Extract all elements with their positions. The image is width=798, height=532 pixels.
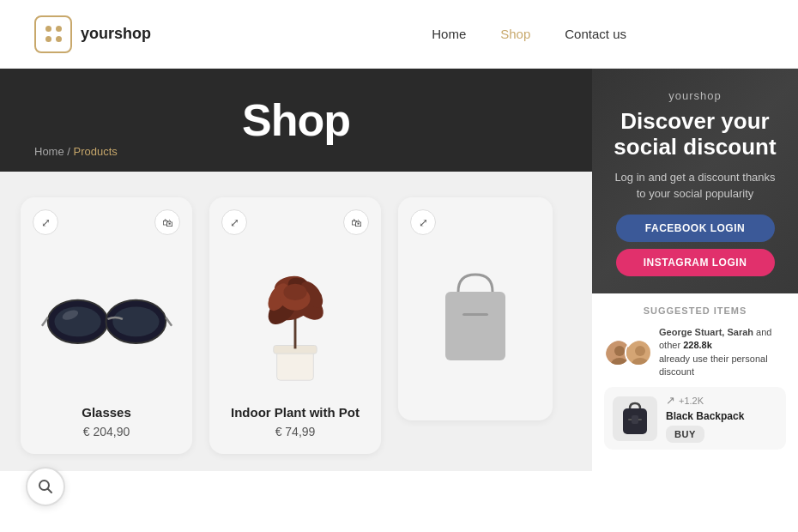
svg-point-1	[54, 306, 100, 336]
card-top-icons-2: ⤢ 🛍	[221, 209, 369, 235]
suggested-title: SUGGESTED ITEMS	[604, 305, 786, 316]
logo-dots	[45, 26, 62, 42]
svg-rect-21	[462, 313, 488, 316]
expand-icon-3[interactable]: ⤢	[410, 209, 436, 235]
suggested-panel: SUGGESTED ITEMS	[592, 293, 798, 532]
backpack-img	[613, 396, 657, 441]
header: yourshop Home Shop Contact us	[0, 0, 798, 69]
bag-image	[407, 240, 544, 395]
discount-brand: yourshop	[668, 89, 721, 102]
discount-desc: Log in and get a discount thanks to your…	[609, 169, 781, 203]
breadcrumb: Home / Products	[34, 145, 118, 158]
backpack-name: Black Backpack	[666, 410, 777, 422]
svg-rect-20	[445, 292, 505, 360]
svg-point-28	[635, 346, 645, 356]
svg-line-23	[48, 489, 52, 493]
share-icon: ↗	[666, 394, 675, 407]
users-names: George Stuart, Sarah and other 228.8k	[659, 327, 771, 350]
shop-content-wrapper: ⤢ 🛍	[0, 172, 592, 532]
product-card-plant: ⤢ 🛍	[209, 197, 381, 454]
search-float-button[interactable]	[26, 467, 65, 506]
svg-line-5	[166, 317, 172, 326]
products-area: ⤢ 🛍	[0, 172, 592, 471]
dot	[45, 26, 51, 32]
dot	[56, 26, 62, 32]
product-price-plant: € 74,99	[275, 425, 316, 438]
instagram-login-button[interactable]: INSTAGRAM LOGIN	[616, 249, 775, 276]
breadcrumb-separator: /	[64, 145, 74, 158]
card-top-icons: ⤢ 🛍	[33, 209, 180, 235]
nav-shop[interactable]: Shop	[500, 27, 530, 41]
suggested-item-backpack: ↗ +1.2K Black Backpack BUY	[604, 387, 786, 450]
breadcrumb-current: Products	[74, 145, 118, 158]
avatar-2	[625, 339, 652, 366]
logo-name: yourshop	[81, 25, 151, 43]
share-count: ↗ +1.2K	[666, 394, 777, 407]
logo-icon	[34, 15, 72, 53]
avatar-stack	[604, 339, 652, 366]
cart-icon-2[interactable]: 🛍	[343, 209, 369, 235]
suggested-users: George Stuart, Sarah and other 228.8k al…	[604, 326, 786, 379]
expand-icon-2[interactable]: ⤢	[221, 209, 247, 235]
product-price-glasses: € 204,90	[83, 425, 130, 438]
product-name-plant: Indoor Plant with Pot	[231, 405, 360, 420]
discount-panel: yourshop Discover your social discount L…	[592, 69, 798, 293]
dot	[45, 36, 51, 42]
users-desc: already use their personal discount	[659, 354, 768, 377]
discount-content: yourshop Discover your social discount L…	[609, 89, 781, 276]
svg-point-3	[112, 306, 159, 336]
shop-section: Home / Products Shop ⤢ 🛍	[0, 69, 592, 532]
share-number: +1.2K	[679, 396, 704, 406]
dot	[56, 36, 62, 42]
nav-contact[interactable]: Contact us	[565, 27, 626, 41]
discount-title: Discover your social discount	[609, 109, 781, 160]
svg-point-25	[614, 346, 625, 356]
right-panel: yourshop Discover your social discount L…	[592, 69, 798, 532]
svg-line-4	[41, 317, 47, 326]
users-text: George Stuart, Sarah and other 228.8k al…	[659, 326, 786, 379]
buy-button[interactable]: BUY	[666, 426, 704, 443]
svg-point-19	[283, 284, 306, 300]
expand-icon[interactable]: ⤢	[33, 209, 58, 235]
product-name-glasses: Glasses	[82, 405, 131, 420]
product-card-bag: ⤢	[398, 197, 553, 420]
shop-title: Shop	[242, 94, 350, 146]
svg-rect-32	[632, 415, 638, 424]
glasses-image	[38, 240, 175, 395]
backpack-info: ↗ +1.2K Black Backpack BUY	[666, 394, 777, 443]
main-area: Home / Products Shop ⤢ 🛍	[0, 69, 798, 532]
logo-area: yourshop	[34, 15, 151, 53]
main-nav: Home Shop Contact us	[432, 27, 626, 41]
plant-image	[227, 240, 364, 395]
facebook-login-button[interactable]: FACEBOOK LOGIN	[616, 215, 775, 242]
breadcrumb-home[interactable]: Home	[34, 145, 64, 158]
hero-banner: Home / Products Shop	[0, 69, 592, 172]
card-top-icons-3: ⤢	[410, 209, 541, 235]
cart-icon[interactable]: 🛍	[154, 209, 180, 235]
product-card-glasses: ⤢ 🛍	[21, 197, 192, 454]
nav-home[interactable]: Home	[432, 27, 466, 41]
